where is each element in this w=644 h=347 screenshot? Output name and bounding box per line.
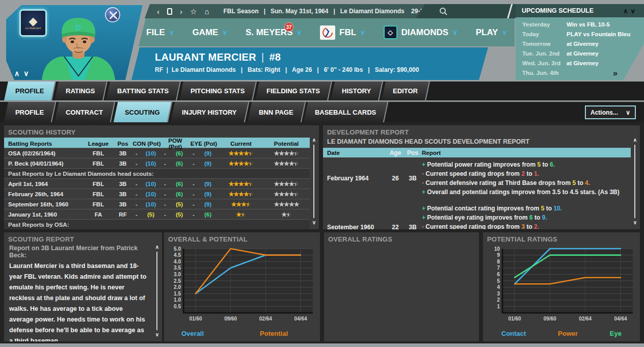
scouting-report-panel: SCOUTING REPORT Report on 3B Laurant Mer…: [4, 232, 162, 341]
scroll-down-icon: ∨: [632, 220, 638, 225]
schedule-row[interactable]: Thu. Jun. 4th: [516, 68, 644, 77]
table-row[interactable]: September 16th, 1960FBL3B -(10) -(5) -(9…: [4, 199, 310, 209]
svg-text:01/60: 01/60: [189, 316, 202, 322]
nav-icons: ‹ › ☆ ⌂: [145, 8, 209, 15]
subtab-bnn-page[interactable]: BNN PAGE: [247, 102, 305, 122]
menu-play[interactable]: PLAY∨: [476, 28, 507, 38]
back-icon[interactable]: ‹: [157, 8, 159, 15]
scrollbar[interactable]: ∧ ∨: [311, 138, 317, 225]
table-row[interactable]: P. Beck (04/01/1964)FBL3B -(10) -(6) -(9…: [4, 158, 310, 168]
menu-team[interactable]: ◇ DIAMONDS∨: [384, 25, 458, 39]
schedule-row[interactable]: Tue. Jun. 2ndat Giverney: [516, 48, 644, 58]
report-body: Laurant Mercier is a third baseman and 1…: [4, 260, 162, 341]
development-lines: + Potential contact rating improves from…: [422, 204, 636, 229]
current-stars: ★★★★★: [218, 180, 264, 188]
table-row[interactable]: February 26th, 1964FBL3B -(10) -(6) -(9)…: [4, 189, 310, 199]
status-bar: ‹ › ☆ ⌂ FBL Season | Sun. May 31st, 1964…: [145, 4, 517, 18]
svg-text:5.0: 5.0: [174, 246, 181, 252]
schedule-row[interactable]: Wed. Jun. 3rdat Giverney: [516, 58, 644, 68]
chevron-down-icon: ∨: [452, 29, 458, 36]
player-portrait-panel: D ◆ Le Diamant ∧∨: [6, 5, 143, 80]
bookmark-star-icon[interactable]: ☆: [190, 8, 197, 15]
scroll-track: [313, 145, 314, 218]
potential-ratings-chart: 1234567891001/6009/6002/6404/64: [485, 246, 637, 326]
svg-text:2: 2: [497, 297, 500, 303]
scroll-up-icon: ∧: [154, 245, 160, 250]
upcoming-schedule-panel: UPCOMING SCHEDULE ∧∨ YesterdayWin vs FB,…: [516, 4, 644, 80]
svg-text:5: 5: [497, 278, 500, 284]
fbl-league-logo: [320, 25, 335, 40]
player-name: LAURANT MERCIER|#8: [155, 51, 488, 63]
subtab-baseball-cards[interactable]: BASEBALL CARDS: [304, 102, 389, 122]
development-subtitle: LE DIAMANT DIAMONDS HEAD SCOUTS DEVELOPM…: [323, 138, 640, 148]
tab-fielding-stats[interactable]: FIELDING STATS: [255, 82, 332, 100]
current-stars: ★★★★★: [218, 160, 264, 167]
subtab-profile[interactable]: PROFILE: [4, 102, 57, 122]
scroll-up-icon: ∧: [311, 138, 317, 143]
svg-text:1.5: 1.5: [174, 291, 181, 297]
svg-text:10: 10: [494, 246, 500, 252]
development-line: + Overall and potential ratings improve …: [422, 188, 629, 197]
scrollbar[interactable]: ∧ ∨: [632, 138, 638, 225]
legend-power: Power: [558, 330, 578, 337]
tab-ratings[interactable]: RATINGS: [55, 82, 107, 100]
team-logo-script: Le Diamant: [25, 26, 41, 30]
development-pos: 3B: [404, 224, 422, 229]
crossed-bats-icon[interactable]: [105, 7, 120, 22]
legend-contact: Contact: [501, 330, 526, 337]
svg-text:4.5: 4.5: [174, 252, 181, 258]
svg-text:1: 1: [497, 304, 500, 309]
table-row[interactable]: OSA (02/26/1964)FBL3B -(10) -(6) -(9) ★★…: [4, 148, 310, 158]
svg-text:02/64: 02/64: [259, 316, 272, 322]
table-row[interactable]: April 1st, 1964FBL3B -(10) -(6) -(9) ★★★…: [4, 178, 310, 189]
scroll-track: [156, 252, 157, 330]
chart-legend: Contact Power Eye: [483, 330, 640, 337]
notification-badge[interactable]: 37: [284, 22, 293, 32]
subtab-injury-history[interactable]: INJURY HISTORY: [171, 102, 249, 122]
search-box[interactable]: [416, 4, 517, 18]
scrollbar[interactable]: ∧ ∨: [154, 245, 160, 337]
menu-manager[interactable]: S. MEYERS 37 ∨: [246, 28, 302, 38]
diagonal-divider: [506, 3, 513, 20]
sub-tab-bar: PROFILE CONTRACT SCOUTING INJURY HISTORY…: [0, 102, 644, 122]
current-stars: ★★: [218, 211, 264, 218]
chevron-down-icon: ∨: [169, 29, 174, 36]
table-row[interactable]: January 1st, 1960FARF -(5) -(5) -(6) ★★ …: [4, 209, 310, 219]
panel-title: SCOUTING REPORT: [4, 232, 162, 245]
subtab-contract[interactable]: CONTRACT: [55, 102, 115, 122]
menu-game[interactable]: GAME∨: [192, 28, 227, 38]
potential-stars: ★★★★★: [264, 150, 309, 157]
scroll-track: [634, 145, 635, 218]
player-header: LAURANT MERCIER|#8 RF | Le Diamant Diamo…: [131, 47, 488, 80]
forward-icon[interactable]: ›: [180, 8, 182, 15]
schedule-row[interactable]: TodayPLAY vs Fountain Bleu: [516, 29, 644, 39]
portrait-prev-next-arrows[interactable]: ∧∨: [14, 69, 33, 77]
schedule-more-icon[interactable]: »: [613, 69, 618, 78]
menu-file[interactable]: FILE∨: [146, 28, 174, 38]
diamond-gem-icon: ◆: [29, 16, 38, 26]
tab-pitching-stats[interactable]: PITCHING STATS: [179, 82, 257, 100]
home-icon[interactable]: ⌂: [204, 8, 209, 15]
panel-title: OVERALL RATINGS: [324, 232, 479, 245]
tab-batting-stats[interactable]: BATTING STATS: [106, 82, 181, 100]
report-heading: Report on 3B Laurant Mercier from Patric…: [4, 245, 162, 260]
svg-text:02/64: 02/64: [579, 316, 592, 322]
overall-potential-chart: 0.51.01.52.02.53.03.54.04.55.001/6009/60…: [166, 246, 317, 326]
stop-icon[interactable]: [167, 8, 172, 15]
menu-league[interactable]: FBL∨: [320, 25, 365, 40]
legend-eye: Eye: [610, 330, 622, 337]
tab-editor[interactable]: EDITOR: [382, 82, 431, 100]
chevron-down-icon: ∨: [297, 29, 302, 36]
subtab-scouting[interactable]: SCOUTING: [114, 102, 172, 122]
schedule-scroll-arrows[interactable]: ∧∨: [623, 7, 638, 15]
scroll-up-icon: ∧: [632, 138, 638, 143]
chevron-down-icon: ∨: [626, 109, 630, 116]
tab-profile[interactable]: PROFILE: [4, 82, 56, 100]
legend-overall: Overall: [181, 330, 204, 337]
svg-text:1.0: 1.0: [174, 297, 181, 303]
tab-history[interactable]: HISTORY: [331, 82, 383, 100]
schedule-row[interactable]: Tomorrowat Giverney: [516, 39, 644, 48]
main-tab-bar: PROFILE RATINGS BATTING STATS PITCHING S…: [0, 82, 644, 100]
schedule-row[interactable]: YesterdayWin vs FB, 10-5: [516, 19, 644, 29]
actions-button[interactable]: Actions...∨: [585, 105, 636, 119]
